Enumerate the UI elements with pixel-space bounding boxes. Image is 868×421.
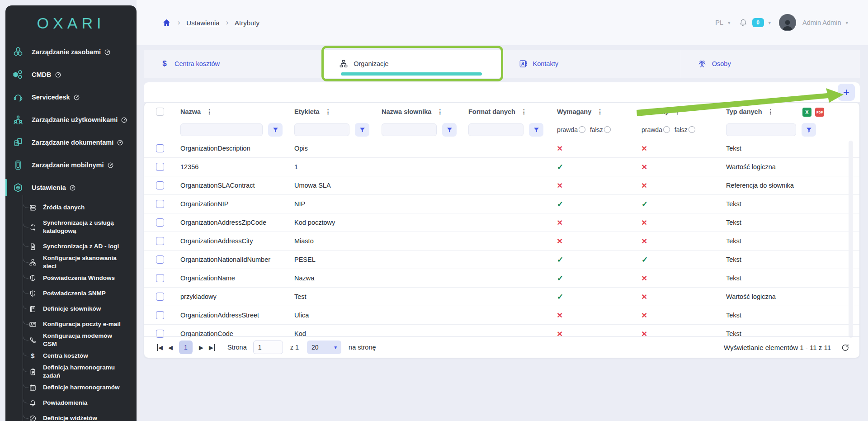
table-row-4[interactable]: OrganizationAddressZipCodeKod pocztowyTe… — [144, 213, 859, 232]
table-row-1[interactable]: 123561Wartość logiczna — [144, 158, 859, 176]
gauge-icon — [117, 139, 123, 146]
cell-typ-danych: Tekst — [726, 274, 859, 282]
gauge-icon — [104, 49, 111, 56]
table-row-8[interactable]: przykladowyTestWartość logiczna — [144, 288, 859, 306]
home-icon[interactable] — [162, 18, 171, 28]
tab-kontakty[interactable]: Kontakty — [502, 50, 681, 78]
filter-funnel-icon[interactable] — [268, 123, 283, 137]
page-number-input[interactable] — [253, 341, 283, 354]
sidebar-subitem-13[interactable]: Definicje widżetów — [5, 411, 137, 421]
sidebar-subitem-5[interactable]: Poświadczenia SNMP — [5, 286, 137, 301]
radio-prawda[interactable] — [663, 126, 670, 133]
sync-icon — [29, 223, 37, 231]
row-checkbox[interactable] — [156, 311, 164, 319]
column-menu-icon[interactable] — [673, 108, 681, 115]
filter-input-typ-danych[interactable] — [726, 123, 796, 136]
row-checkbox[interactable] — [156, 163, 164, 171]
tab-organizacje[interactable]: Organizacje — [323, 50, 502, 78]
export-excel-icon[interactable]: X — [802, 108, 811, 117]
row-checkbox[interactable] — [156, 293, 164, 301]
sidebar-subitem-3[interactable]: Konfiguracje skanowania sieci — [5, 254, 137, 270]
table-row-0[interactable]: OrganizationDescriptionOpisTekst — [144, 139, 859, 158]
row-checkbox[interactable] — [156, 200, 164, 208]
refresh-icon[interactable] — [841, 343, 849, 352]
radio-falsz[interactable] — [604, 126, 611, 133]
breadcrumb-atrybuty[interactable]: Atrybuty — [235, 19, 259, 27]
cell-nazwa: OrganizationNationalIdNumber — [180, 256, 294, 263]
bell-icon[interactable] — [739, 18, 748, 27]
export-pdf-icon[interactable]: PDF — [815, 108, 824, 117]
table-scrollbar[interactable] — [849, 141, 853, 338]
dollar-icon: $ — [160, 59, 169, 68]
table-row-3[interactable]: OrganizationNIPNIPTekst — [144, 195, 859, 213]
row-checkbox[interactable] — [156, 181, 164, 189]
chevron-down-icon[interactable]: ▾ — [728, 20, 731, 26]
column-menu-icon[interactable] — [205, 108, 213, 115]
row-checkbox[interactable] — [156, 218, 164, 227]
sidebar-subitem-7[interactable]: Konfiguracja poczty e-mail — [5, 317, 137, 332]
language-selector[interactable]: PL — [715, 19, 723, 26]
chevron-down-icon[interactable]: ▾ — [769, 20, 771, 26]
sidebar-subitem-0[interactable]: Źródła danych — [5, 200, 137, 215]
sidebar-item-2[interactable]: Servicedesk — [5, 86, 137, 109]
sidebar-item-1[interactable]: CMDB — [5, 63, 137, 86]
sidebar-subitem-4[interactable]: Poświadczenia Windows — [5, 270, 137, 286]
sidebar-subitem-8[interactable]: Konfiguracja modemów GSM — [5, 332, 137, 348]
chevron-down-icon[interactable]: ▾ — [845, 20, 848, 26]
add-attribute-button[interactable]: + — [838, 84, 855, 101]
column-menu-icon[interactable] — [596, 108, 604, 115]
filter-input-nazwa-slownika[interactable] — [382, 123, 437, 136]
select-all-checkbox[interactable] — [156, 108, 164, 116]
filter-funnel-icon[interactable] — [529, 123, 543, 137]
sidebar-subitem-1[interactable]: Synchronizacja z usługą katalogową — [5, 215, 137, 239]
sidebar-item-6[interactable]: Ustawienia — [5, 176, 137, 199]
tab-centra-koszt-w[interactable]: $Centra kosztów — [144, 50, 323, 78]
sidebar-subitem-6[interactable]: Definicje słowników — [5, 301, 137, 317]
cell-nazwa: OrganizationSLAContract — [180, 182, 294, 189]
row-checkbox[interactable] — [156, 255, 164, 264]
next-page-icon[interactable] — [196, 343, 206, 352]
widget-icon — [29, 415, 37, 421]
table-row-7[interactable]: OrganizationNameNazwaTekst — [144, 269, 859, 288]
filter-input-etykieta[interactable] — [294, 123, 349, 136]
filter-input-format-danych[interactable] — [468, 123, 524, 136]
last-page-icon[interactable] — [206, 343, 217, 352]
table-row-5[interactable]: OrganizationAddressCityMiastoTekst — [144, 232, 859, 251]
sidebar-item-3[interactable]: Zarządzanie użytkownikami — [5, 109, 137, 131]
row-checkbox[interactable] — [156, 274, 164, 282]
current-page-button[interactable]: 1 — [179, 341, 193, 354]
row-checkbox[interactable] — [156, 237, 164, 245]
first-page-icon[interactable] — [154, 343, 165, 352]
tab-osoby[interactable]: Osoby — [681, 50, 860, 78]
breadcrumb-ustawienia[interactable]: Ustawienia — [186, 19, 219, 27]
column-menu-icon[interactable] — [436, 108, 444, 115]
filter-input-nazwa[interactable] — [180, 123, 263, 136]
page-size-select[interactable]: 20 ▼ — [307, 341, 341, 354]
radio-prawda[interactable] — [579, 126, 585, 133]
column-menu-icon[interactable] — [520, 108, 528, 115]
sidebar-item-0[interactable]: Zarządzanie zasobami — [5, 41, 137, 63]
sidebar-subitem-9[interactable]: $Centra kosztów — [5, 348, 137, 364]
filter-funnel-icon[interactable] — [442, 123, 457, 137]
sidebar-subitem-12[interactable]: Powiadomienia — [5, 395, 137, 411]
sidebar-subitem-11[interactable]: Definicje harmonogramów — [5, 380, 137, 395]
column-menu-icon[interactable] — [324, 108, 332, 115]
filter-funnel-icon[interactable] — [355, 123, 369, 137]
sidebar-subitem-label: Definicje widżetów — [43, 414, 97, 421]
database-icon — [29, 204, 37, 212]
sidebar-item-4[interactable]: Zarządzanie dokumentami — [5, 131, 137, 154]
radio-falsz[interactable] — [689, 126, 695, 133]
table-row-2[interactable]: OrganizationSLAContractUmowa SLAReferenc… — [144, 176, 859, 195]
sidebar-subitem-2[interactable]: Synchronizacja z AD - logi — [5, 239, 137, 254]
sidebar-item-5[interactable]: Zarządzanie mobilnymi — [5, 154, 137, 176]
avatar[interactable] — [779, 14, 796, 31]
table-row-9[interactable]: OrganizationAddressStreetUlicaTekst — [144, 306, 859, 325]
notification-badge[interactable]: 0 — [752, 18, 764, 27]
column-menu-icon[interactable] — [767, 108, 775, 115]
prev-page-icon[interactable] — [165, 343, 175, 352]
filter-funnel-icon[interactable] — [802, 123, 816, 137]
table-row-6[interactable]: OrganizationNationalIdNumberPESELTekst — [144, 251, 859, 269]
row-checkbox[interactable] — [156, 144, 164, 152]
sidebar-subitem-10[interactable]: Definicja harmonogramu zadań — [5, 364, 137, 380]
check-icon — [557, 274, 563, 283]
